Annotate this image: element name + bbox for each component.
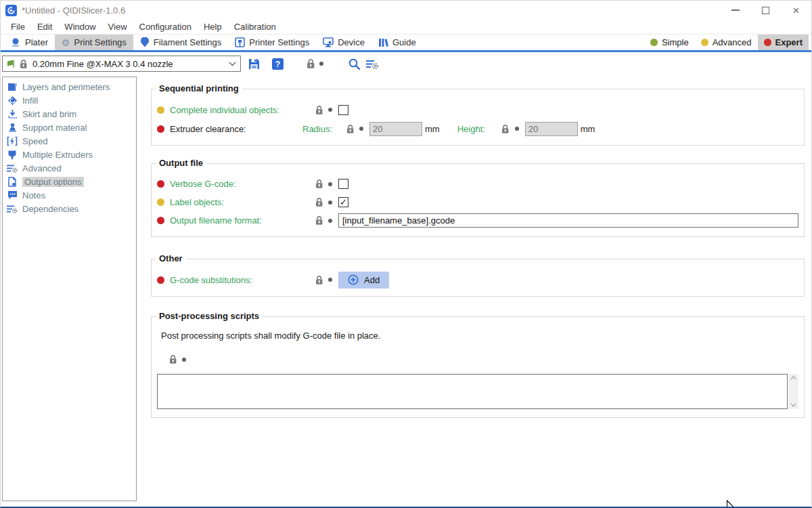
tab-label: Filament Settings [154, 37, 221, 47]
section-title: Other [156, 253, 186, 263]
setting-row-extruder-clearance: Extruder clearance: Radius: mm Height: m… [157, 119, 798, 138]
speed-icon [7, 136, 18, 146]
sidebar-item-notes[interactable]: Notes [3, 188, 136, 202]
menu-edit[interactable]: Edit [31, 22, 58, 32]
main-area: Layers and perimeters Infill Skirt and b… [1, 75, 811, 508]
tab-guide[interactable]: Guide [371, 35, 423, 50]
complete-individual-objects-checkbox[interactable] [338, 105, 348, 115]
scroll-down-icon[interactable] [790, 403, 796, 407]
lock-icon[interactable] [306, 58, 315, 69]
svg-text:?: ? [275, 60, 280, 69]
reset-dot[interactable] [328, 278, 332, 282]
section-title: Sequential printing [156, 83, 242, 93]
simple-dot-icon [650, 39, 658, 46]
radius-input[interactable] [369, 122, 422, 136]
sidebar-item-support-material[interactable]: Support material [3, 121, 136, 134]
menu-calibration[interactable]: Calibration [228, 22, 282, 32]
post-processing-description: Post processing scripts shall modify G-c… [161, 331, 798, 341]
maximize-icon [762, 7, 769, 14]
advanced-dot-icon [701, 39, 708, 46]
maximize-button[interactable] [750, 1, 781, 20]
sidebar-item-output-options[interactable]: Output options [3, 175, 136, 188]
sliders-gear-icon [7, 163, 18, 173]
tab-label: Plater [25, 37, 48, 47]
post-processing-editor [157, 374, 798, 409]
expert-bullet-icon [157, 180, 164, 188]
section-title: Output file [156, 158, 206, 168]
plater-icon [10, 37, 21, 47]
scroll-up-icon[interactable] [790, 376, 796, 380]
section-other: Other G-code substitutions: Add [151, 259, 805, 297]
output-options-icon [7, 177, 18, 187]
mode-advanced[interactable]: Advanced [695, 35, 758, 50]
tab-plater[interactable]: Plater [3, 35, 55, 50]
lock-icon[interactable] [501, 124, 510, 134]
setting-row-output-filename-format: Output filename format: [157, 211, 798, 230]
menu-file[interactable]: File [5, 22, 31, 32]
device-icon [323, 37, 334, 47]
mode-label: Advanced [713, 37, 752, 47]
lock-icon[interactable] [314, 197, 323, 207]
sidebar-item-label: Multiple Extruders [22, 150, 93, 160]
advanced-bullet-icon [157, 106, 164, 114]
sidebar-item-infill[interactable]: Infill [3, 93, 136, 107]
preset-dropdown[interactable]: 0.20mm Fine @X-MAX 3 0.4 nozzle [2, 56, 241, 72]
reset-dot[interactable] [328, 108, 332, 112]
lock-icon[interactable] [345, 124, 355, 134]
save-preset-button[interactable] [248, 58, 261, 70]
sidebar-item-dependencies[interactable]: Dependencies [3, 202, 136, 215]
help-button[interactable]: ? [272, 58, 284, 70]
lock-icon [19, 59, 28, 69]
setting-row-verbose-gcode: Verbose G-code: [157, 175, 798, 193]
reset-dot[interactable] [319, 62, 323, 66]
reset-dot[interactable] [328, 182, 332, 186]
verbose-gcode-checkbox[interactable] [338, 179, 348, 189]
sidebar-item-label: Advanced [22, 163, 62, 173]
menu-view[interactable]: View [102, 22, 133, 32]
sidebar-item-layers-and-perimeters[interactable]: Layers and perimeters [3, 80, 136, 93]
minimize-button[interactable] [720, 1, 750, 20]
tab-printer-settings[interactable]: Printer Settings [228, 35, 316, 50]
close-button[interactable]: × [781, 1, 811, 20]
textarea-scrollbar[interactable] [788, 374, 798, 409]
tab-print-settings[interactable]: ⚙ Print Settings [55, 35, 133, 50]
lock-icon[interactable] [314, 275, 323, 285]
lock-icon[interactable] [168, 354, 177, 364]
search-button[interactable] [348, 58, 361, 70]
sidebar-item-speed[interactable]: Speed [3, 134, 136, 148]
height-input[interactable] [525, 122, 578, 136]
tab-filament-settings[interactable]: Filament Settings [133, 35, 228, 50]
mode-label: Simple [662, 37, 689, 47]
sidebar-item-label: Notes [22, 190, 45, 200]
advanced-bullet-icon [157, 198, 164, 206]
plus-circle-icon [348, 274, 359, 285]
layers-icon [7, 82, 18, 92]
mode-simple[interactable]: Simple [644, 35, 695, 50]
reset-dot[interactable] [328, 219, 332, 223]
preset-name: 0.20mm Fine @X-MAX 3 0.4 nozzle [32, 59, 229, 69]
reset-dot[interactable] [328, 200, 332, 205]
minimize-icon [731, 9, 740, 11]
output-filename-format-input[interactable] [338, 213, 798, 228]
mode-expert[interactable]: Expert [758, 35, 809, 50]
menu-help[interactable]: Help [198, 22, 228, 32]
label-objects-checkbox[interactable]: ✓ [338, 197, 348, 207]
post-processing-scripts-textarea[interactable] [157, 374, 788, 409]
radius-label: Radius: [302, 124, 345, 134]
sidebar-item-advanced[interactable]: Advanced [3, 161, 136, 175]
sidebar-item-multiple-extruders[interactable]: Multiple Extruders [3, 148, 136, 161]
menu-configuration[interactable]: Configuration [133, 22, 198, 32]
reset-dot[interactable] [359, 127, 363, 131]
compare-presets-button[interactable] [366, 58, 379, 70]
reset-dot[interactable] [515, 127, 519, 131]
lock-icon[interactable] [314, 215, 323, 226]
mode-switcher: Simple Advanced Expert [644, 35, 809, 50]
sidebar-item-label: Layers and perimeters [22, 82, 110, 92]
menu-window[interactable]: Window [58, 22, 102, 32]
lock-icon[interactable] [314, 105, 323, 115]
reset-dot[interactable] [182, 358, 186, 362]
add-substitution-button[interactable]: Add [338, 272, 389, 289]
lock-icon[interactable] [314, 179, 323, 189]
sidebar-item-skirt-and-brim[interactable]: Skirt and brim [3, 107, 136, 121]
tab-device[interactable]: Device [316, 35, 371, 50]
